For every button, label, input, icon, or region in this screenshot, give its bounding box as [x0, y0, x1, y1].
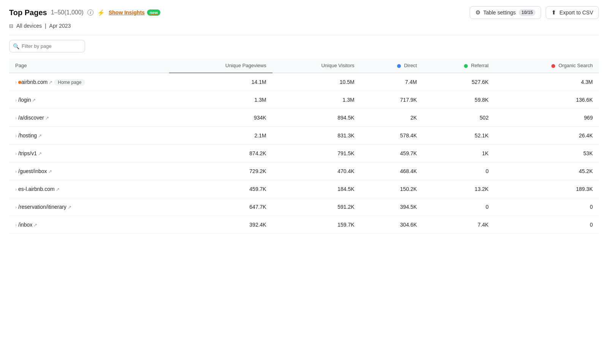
organic-search-cell: 0 — [495, 198, 599, 216]
export-csv-button[interactable]: ⬆ Export to CSV — [546, 6, 599, 19]
unique-visitors-cell: 159.7K — [272, 216, 361, 234]
chevron-icon[interactable]: › — [15, 80, 17, 85]
page-cell: ›/login↗ — [9, 91, 169, 109]
unique-pageviews-cell: 934K — [169, 109, 272, 127]
chevron-icon[interactable]: › — [15, 205, 17, 210]
show-insights-label: Show Insights — [109, 9, 145, 16]
new-badge: new — [147, 9, 160, 16]
organic-search-cell: 189.3K — [495, 180, 599, 198]
external-link-icon[interactable]: ↗ — [38, 133, 42, 139]
unique-pageviews-cell: 2.1M — [169, 127, 272, 145]
page-name: /guest/inbox — [18, 168, 47, 174]
unique-pageviews-cell: 459.7K — [169, 180, 272, 198]
organic-search-cell: 53K — [495, 145, 599, 162]
unique-visitors-cell: 894.5K — [272, 109, 361, 127]
external-link-icon[interactable]: ↗ — [48, 169, 52, 174]
unique-visitors-cell: 184.5K — [272, 180, 361, 198]
page-name: /trips/v1 — [18, 150, 37, 156]
unique-pageviews-cell: 729.2K — [169, 162, 272, 180]
unique-pageviews-cell: 1.3M — [169, 91, 272, 109]
gear-icon: ⚙ — [475, 9, 480, 16]
external-link-icon[interactable]: ↗ — [33, 222, 37, 228]
page-name: /a/discover — [18, 115, 44, 121]
page-name: /inbox — [18, 222, 32, 228]
col-organic-search[interactable]: Organic Search — [495, 58, 599, 73]
period-label: Apr 2023 — [49, 23, 71, 29]
unique-visitors-cell: 470.4K — [272, 162, 361, 180]
table-row: ›/reservation/itinerary↗647.7K591.2K394.… — [9, 198, 599, 216]
external-link-icon[interactable]: ↗ — [56, 187, 60, 192]
direct-dot — [397, 64, 401, 68]
lightning-icon: ⚡ — [97, 9, 105, 16]
direct-cell: 717.9K — [361, 91, 423, 109]
organic-search-cell: 45.2K — [495, 162, 599, 180]
col-unique-visitors[interactable]: Unique Visitors — [272, 58, 361, 73]
external-link-icon[interactable]: ↗ — [45, 115, 49, 121]
external-link-icon[interactable]: ↗ — [38, 151, 42, 156]
page-cell: ›/inbox↗ — [9, 216, 169, 234]
chevron-icon[interactable]: › — [15, 222, 17, 228]
col-referral[interactable]: Referral — [423, 58, 495, 73]
device-icon: ⊟ — [9, 23, 13, 29]
table-row: ›/login↗1.3M1.3M717.9K59.8K136.6K — [9, 91, 599, 109]
header-actions: ⚙ Table settings 10/15 ⬆ Export to CSV — [470, 6, 599, 19]
page-cell: ›es-l.airbnb.com↗ — [9, 180, 169, 198]
top-pages-table: Page Unique Pageviews Unique Visitors Di… — [9, 58, 599, 234]
page-cell: ›/trips/v1↗ — [9, 145, 169, 162]
direct-cell: 468.4K — [361, 162, 423, 180]
separator: | — [45, 23, 46, 29]
organic-search-cell: 136.6K — [495, 91, 599, 109]
direct-cell: 7.4M — [361, 73, 423, 91]
unique-visitors-cell: 831.3K — [272, 127, 361, 145]
table-settings-button[interactable]: ⚙ Table settings 10/15 — [470, 6, 542, 19]
referral-dot — [464, 64, 468, 68]
col-unique-pageviews[interactable]: Unique Pageviews — [169, 58, 272, 73]
page-name: /hosting — [18, 132, 37, 139]
settings-count-badge: 10/15 — [519, 9, 535, 16]
unique-pageviews-cell: 874.2K — [169, 145, 272, 162]
page-name: es-l.airbnb.com — [18, 186, 55, 192]
organic-search-cell: 969 — [495, 109, 599, 127]
chevron-icon[interactable]: › — [15, 187, 17, 192]
referral-cell: 527.6K — [423, 73, 495, 91]
page-name: airbnb.com — [21, 79, 48, 85]
chevron-icon[interactable]: › — [15, 115, 17, 121]
col-direct-label: Direct — [404, 63, 417, 68]
unique-visitors-cell: 591.2K — [272, 198, 361, 216]
chevron-icon[interactable]: › — [15, 151, 17, 156]
orange-dot — [18, 81, 21, 84]
chevron-icon[interactable]: › — [15, 133, 17, 139]
show-insights-button[interactable]: Show Insights new — [109, 9, 160, 16]
unique-visitors-cell: 10.5M — [272, 73, 361, 91]
table-wrap: Page Unique Pageviews Unique Visitors Di… — [9, 58, 599, 234]
col-direct[interactable]: Direct — [361, 58, 423, 73]
external-link-icon[interactable]: ↗ — [32, 98, 36, 103]
device-label: All devices — [16, 23, 42, 29]
col-organic-label: Organic Search — [559, 63, 593, 68]
unique-pageviews-cell: 14.1M — [169, 73, 272, 91]
referral-cell: 1K — [423, 145, 495, 162]
filter-input[interactable] — [9, 40, 85, 52]
referral-cell: 0 — [423, 198, 495, 216]
referral-cell: 52.1K — [423, 127, 495, 145]
external-link-icon[interactable]: ↗ — [68, 205, 71, 210]
sub-header: ⊟ All devices | Apr 2023 — [9, 23, 599, 29]
table-row: ›/guest/inbox↗729.2K470.4K468.4K045.2K — [9, 162, 599, 180]
unique-visitors-cell: 1.3M — [272, 91, 361, 109]
page-cell: ›/reservation/itinerary↗ — [9, 198, 169, 216]
divider — [9, 35, 599, 35]
page-cell: ›/a/discover↗ — [9, 109, 169, 127]
filter-wrap: 🔍 — [9, 40, 85, 52]
home-page-badge: Home page — [54, 79, 85, 86]
direct-cell: 2K — [361, 109, 423, 127]
export-icon: ⬆ — [551, 9, 556, 16]
chevron-icon[interactable]: › — [15, 98, 17, 103]
table-row: ›es-l.airbnb.com↗459.7K184.5K150.2K13.2K… — [9, 180, 599, 198]
direct-cell: 459.7K — [361, 145, 423, 162]
info-icon[interactable]: i — [87, 9, 93, 16]
table-row: ›airbnb.com↗Home page14.1M10.5M7.4M527.6… — [9, 73, 599, 91]
export-label: Export to CSV — [559, 9, 593, 16]
chevron-icon[interactable]: › — [15, 169, 17, 174]
organic-search-cell: 4.3M — [495, 73, 599, 91]
external-link-icon[interactable]: ↗ — [49, 80, 52, 85]
